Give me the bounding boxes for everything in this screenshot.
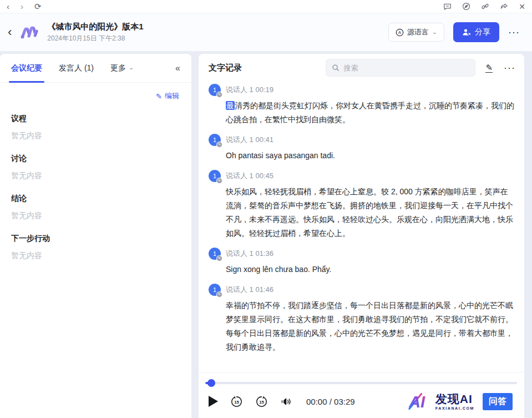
speaker-label[interactable]: 说话人 1 01:36 [226, 249, 273, 259]
faxian-ai-logo-icon: AI [408, 392, 430, 410]
app-header: ‹ 《城市风中的阳光》版本1 2024年10月15日 下午2:38 A 源语言 … [0, 13, 532, 51]
transcript-entry: 1 ✎ 说话人 1 01:46 幸福的节拍不停，我们踏逐步坚信，每一个日出日落都… [209, 284, 515, 354]
sidebar-tabs: 会议纪要 发言人 (1) 更多 ⌄ « [0, 54, 191, 83]
compass-icon[interactable] [462, 2, 470, 11]
edit-pencil-icon: ✎ [156, 92, 162, 100]
transcript-entry: 1 ✎ 说话人 1 01:36 Sign xong lên chưa bao. … [209, 248, 515, 276]
speaker-label[interactable]: 说话人 1 00:19 [226, 85, 273, 95]
main-content: 会议纪要 发言人 (1) 更多 ⌄ « ✎ 编辑 议程 暂无内容 讨论 暂无内容… [0, 51, 532, 418]
transcript-entry: 1 ✎ 说话人 1 00:19 最清秀的都是街头霓虹灯闪烁，你对女人在黄昏携手走… [209, 84, 515, 127]
section-empty-text: 暂无内容 [11, 251, 180, 261]
speaker-avatar[interactable]: 1 ✎ [209, 84, 221, 96]
link-icon[interactable] [481, 2, 489, 11]
back-button[interactable]: ‹ [8, 26, 12, 38]
speaker-avatar[interactable]: 1 ✎ [209, 134, 221, 146]
avatar-edit-badge-icon: ✎ [216, 92, 222, 98]
comment-icon[interactable] [443, 2, 452, 11]
speaker-label[interactable]: 说话人 1 01:46 [226, 285, 273, 295]
edit-label: 编辑 [165, 91, 179, 101]
search-icon [332, 64, 340, 72]
app-logo-icon [19, 23, 40, 42]
transcript-panel: 文字记录 ✎ ··· 1 ✎ 说话人 1 00:19 最清秀的都是街头霓虹灯闪烁… [199, 54, 524, 418]
speaker-number: 1 [213, 250, 216, 257]
browser-back-icon[interactable]: ‹ [7, 2, 9, 11]
tab-meeting-minutes[interactable]: 会议纪要 [11, 54, 42, 83]
minutes-panel: 会议纪要 发言人 (1) 更多 ⌄ « ✎ 编辑 议程 暂无内容 讨论 暂无内容… [0, 54, 191, 418]
search-input[interactable] [343, 64, 469, 72]
source-language-dropdown[interactable]: A 源语言 ⌄ [388, 23, 444, 42]
svg-text:A: A [398, 30, 402, 35]
avatar-edit-badge-icon: ✎ [216, 255, 222, 261]
share-button-label: 分享 [475, 27, 490, 37]
avatar-edit-badge-icon: ✎ [216, 291, 222, 298]
avatar-edit-badge-icon: ✎ [216, 178, 222, 184]
watermark-badge: 问答 [483, 393, 513, 410]
speaker-avatar[interactable]: 1 ✎ [209, 284, 221, 296]
watermark-domain: FAXIANAI.COM [435, 406, 474, 410]
avatar-edit-badge-icon: ✎ [216, 142, 222, 148]
document-date: 2024年10月15日 下午2:38 [47, 34, 143, 43]
minutes-section: 讨论 暂无内容 [11, 154, 180, 181]
browser-reload-icon[interactable]: ⟳ [34, 2, 42, 11]
playhead-highlight: 最 [226, 101, 235, 110]
speaker-number: 1 [213, 173, 216, 179]
minutes-sections: 议程 暂无内容 讨论 暂无内容 结论 暂无内容 下一步行动 暂无内容 [0, 101, 191, 261]
speaker-label[interactable]: 说话人 1 00:41 [226, 135, 273, 145]
page-title: 《城市风中的阳光》版本1 [47, 22, 143, 32]
section-title: 下一步行动 [11, 234, 180, 244]
audio-player: 15 15 00:00 / 03:29 [199, 372, 524, 418]
progress-bar[interactable] [205, 379, 517, 387]
transcript-more-icon[interactable]: ··· [504, 62, 515, 74]
minutes-section: 结论 暂无内容 [11, 194, 180, 221]
speaker-number: 1 [213, 286, 216, 293]
transcript-title: 文字记录 [209, 63, 242, 73]
tab-speakers[interactable]: 发言人 (1) [59, 54, 94, 83]
transcript-entry: 1 ✎ 说话人 1 00:45 快乐如风，轻轻抚我眉梢，希望在心上窒息。较 2,… [209, 170, 515, 240]
share-arrow-icon[interactable] [500, 2, 508, 11]
transcript-list: 1 ✎ 说话人 1 00:19 最清秀的都是街头霓虹灯闪烁，你对女人在黄昏携手走… [199, 82, 524, 372]
speaker-avatar[interactable]: 1 ✎ [209, 248, 221, 260]
section-title: 讨论 [11, 154, 180, 164]
edit-minutes-button[interactable]: ✎ 编辑 [156, 91, 179, 101]
skip-forward-15-button[interactable]: 15 [255, 395, 268, 408]
speaker-avatar[interactable]: 1 ✎ [209, 170, 221, 182]
transcript-text[interactable]: Oh pantasi saya pasangan tadi. [226, 149, 515, 163]
transcript-text[interactable]: 最清秀的都是街头霓虹灯闪烁，你对女人在黄昏携手走过，沉睡的节奏紧凑，我们的心跳合… [226, 99, 515, 127]
transcript-text[interactable]: Sign xong lên chưa bao. Phẩy. [226, 263, 515, 276]
section-title: 议程 [11, 114, 180, 124]
transcript-text[interactable]: 幸福的节拍不停，我们踏逐步坚信，每一个日出日落都是新的风景，心中的光芒不眠梦笑里… [226, 299, 515, 354]
transcript-entry: 1 ✎ 说话人 1 00:41 Oh pantasi saya pasangan… [209, 134, 515, 163]
speaker-number: 1 [213, 137, 216, 143]
watermark: AI 发现AI FAXIANAI.COM 问答 [408, 392, 513, 410]
section-empty-text: 暂无内容 [11, 131, 180, 141]
search-box[interactable] [326, 59, 475, 77]
share-button[interactable]: 分享 [453, 22, 499, 42]
browser-toolbar: ‹ › ⟳ ✕ [0, 0, 532, 13]
section-title: 结论 [11, 194, 180, 204]
share-person-icon [462, 28, 471, 37]
minutes-section: 下一步行动 暂无内容 [11, 234, 180, 261]
section-empty-text: 暂无内容 [11, 211, 180, 221]
translate-icon: A [396, 28, 404, 37]
time-display: 00:00 / 03:29 [306, 397, 355, 406]
close-icon[interactable]: ✕ [519, 3, 525, 11]
volume-icon[interactable] [280, 396, 292, 407]
play-button[interactable] [209, 396, 218, 407]
transcript-text[interactable]: 快乐如风，轻轻抚我眉梢，希望在心上窒息。较 2, 000 方紧紧的咖啡店里，笑声… [226, 185, 515, 240]
browser-forward-icon[interactable]: › [21, 2, 23, 11]
tab-more-label: 更多 [110, 63, 126, 73]
section-empty-text: 暂无内容 [11, 171, 180, 181]
progress-thumb[interactable] [207, 379, 215, 387]
source-language-label: 源语言 [407, 27, 429, 37]
skip-back-15-button[interactable]: 15 [230, 395, 243, 408]
speaker-number: 1 [213, 87, 216, 93]
tab-more[interactable]: 更多 ⌄ [110, 54, 134, 83]
header-more-icon[interactable]: ··· [508, 27, 520, 38]
svg-text:15: 15 [259, 399, 264, 404]
watermark-brand: 发现AI [435, 393, 474, 405]
chevron-down-icon: ⌄ [129, 65, 134, 70]
edit-transcript-icon[interactable]: ✎ [485, 63, 493, 73]
collapse-panel-icon[interactable]: « [175, 63, 180, 73]
minutes-section: 议程 暂无内容 [11, 114, 180, 141]
speaker-label[interactable]: 说话人 1 00:45 [226, 171, 273, 181]
